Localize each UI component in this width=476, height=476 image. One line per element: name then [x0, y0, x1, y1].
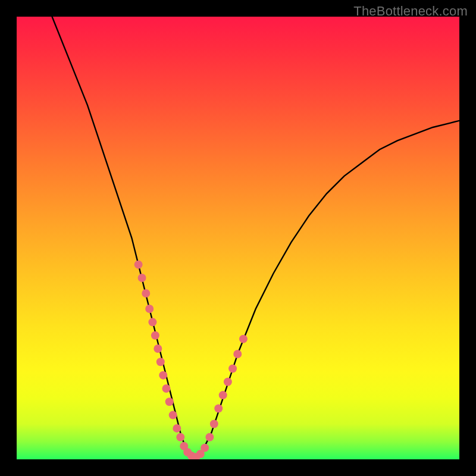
highlight-point [159, 371, 167, 380]
highlight-point [173, 424, 181, 433]
highlight-point [228, 364, 237, 372]
highlight-point [169, 411, 177, 419]
highlight-point [224, 378, 232, 386]
highlight-point [151, 331, 159, 340]
highlight-point [142, 289, 150, 298]
highlight-point [219, 391, 227, 399]
highlight-point [145, 305, 154, 313]
highlight-point [162, 384, 170, 393]
highlight-point [176, 433, 184, 441]
highlight-point [205, 433, 214, 441]
highlight-point [154, 345, 162, 353]
chart-svg [17, 17, 459, 459]
highlight-point [201, 444, 209, 452]
highlight-point [148, 318, 156, 326]
highlight-point [239, 335, 248, 343]
plot-area [17, 17, 459, 459]
highlight-point [165, 397, 174, 406]
highlight-point [214, 404, 223, 412]
highlight-points [134, 261, 248, 459]
chart-frame: TheBottleneck.com [0, 0, 476, 476]
highlight-point [134, 261, 143, 269]
highlight-point [156, 358, 165, 366]
highlight-point [233, 350, 242, 358]
highlight-point [138, 274, 146, 282]
highlight-point [210, 419, 218, 428]
bottleneck-curve [52, 17, 459, 459]
